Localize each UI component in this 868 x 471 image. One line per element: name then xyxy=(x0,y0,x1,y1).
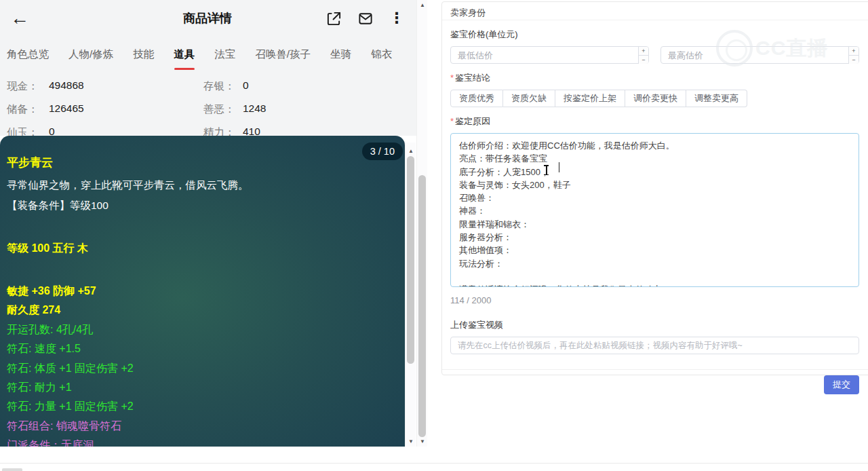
btn-list-at-appraisal-price[interactable]: 按鉴定价上架 xyxy=(555,90,625,107)
partial-bottom-element xyxy=(2,468,22,471)
min-price-input[interactable] xyxy=(451,47,637,63)
scroll-down-icon[interactable]: ▼ xyxy=(417,438,428,445)
item-attr-line: 敏捷 +36 防御 +57 xyxy=(7,282,395,301)
seller-identity-header: 卖家身份 xyxy=(442,2,868,20)
card-scrollbar-thumb[interactable] xyxy=(407,156,414,364)
panel-scrollbar-thumb[interactable] xyxy=(418,175,426,437)
increment-icon[interactable]: + xyxy=(849,47,859,56)
conclusion-button-group: 资质优秀 资质欠缺 按鉴定价上架 调价卖更快 调整卖更高 xyxy=(450,90,747,107)
active-tab-underline xyxy=(174,68,195,70)
scroll-up-icon[interactable]: ▲ xyxy=(406,148,416,154)
item-attr-line: 符石: 速度 +1.5 xyxy=(7,339,395,358)
btn-quality-excellent[interactable]: 资质优秀 xyxy=(450,90,503,107)
reason-label: 鉴定原因 xyxy=(450,115,859,128)
appraisal-reason-textarea[interactable]: 估价师介绍：欢迎使用CC估价功能，我是估价师大白。 亮点：带任务装备宝宝 底子分… xyxy=(450,133,859,287)
tab-character-cultivation[interactable]: 人物/修炼 xyxy=(68,48,113,70)
conclusion-label: 鉴宝结论 xyxy=(450,72,859,84)
tab-skills[interactable]: 技能 xyxy=(133,48,154,70)
increment-icon[interactable]: + xyxy=(639,47,648,56)
decrement-icon[interactable]: − xyxy=(639,56,648,64)
min-price-spinner: + − xyxy=(638,47,648,63)
form-body: 鉴宝价格(单位元) + − + − 鉴宝结论 xyxy=(442,29,868,354)
tab-character-overview[interactable]: 角色总览 xyxy=(7,48,49,70)
tab-treasures[interactable]: 法宝 xyxy=(214,48,235,70)
external-link-icon[interactable] xyxy=(326,11,342,26)
tab-mounts[interactable]: 坐骑 xyxy=(330,48,351,70)
price-label: 鉴宝价格(单位元) xyxy=(450,29,859,41)
price-inputs-row: + − + − xyxy=(450,46,859,64)
max-price-spinner: + − xyxy=(848,47,859,63)
stat-reserve: 储备：126465 xyxy=(7,102,203,117)
item-detail-panel: ← 商品详情 ⋮ 角色总览 xyxy=(0,0,427,447)
item-attr-line: 符石: 体质 +1 固定伤害 +2 xyxy=(7,359,395,378)
stat-deposit: 存银：0 xyxy=(203,79,400,94)
stat-cash: 现金：494868 xyxy=(7,79,203,94)
btn-adjust-sell-higher[interactable]: 调整卖更高 xyxy=(686,90,747,107)
scroll-up-icon[interactable]: ▲ xyxy=(417,2,428,8)
kebab-menu-icon[interactable]: ⋮ xyxy=(389,10,404,27)
item-detail-card: 3 / 10 平步青云 寻常仙界之物，穿上此靴可平步青云，借风云飞腾。 【装备条… xyxy=(0,136,405,447)
category-tabs: 角色总览 人物/修炼 技能 道具 法宝 召唤兽/孩子 坐骑 锦衣 xyxy=(7,48,392,70)
item-attr-line: 开运孔数: 4孔/4孔 xyxy=(7,320,395,339)
item-level-element: 等级 100 五行 木 xyxy=(7,242,395,256)
item-description: 寻常仙界之物，穿上此靴可平步青云，借风云飞腾。 xyxy=(7,178,395,193)
scroll-down-icon[interactable]: ▼ xyxy=(406,438,416,445)
panel-scrollbar[interactable]: ▲ ▼ xyxy=(416,0,427,447)
item-attr-line: 耐久度 274 xyxy=(7,301,395,320)
item-pagination-badge: 3 / 10 xyxy=(362,143,403,160)
card-scrollbar[interactable]: ▲ ▼ xyxy=(405,143,416,447)
tab-clothes[interactable]: 锦衣 xyxy=(371,48,392,70)
stat-karma: 善恶：1248 xyxy=(203,102,400,117)
item-name: 平步青云 xyxy=(7,155,395,170)
video-link-input[interactable] xyxy=(450,337,859,354)
text-caret xyxy=(559,162,559,172)
form-footer: 提交 xyxy=(442,369,868,394)
submit-button[interactable]: 提交 xyxy=(824,375,859,394)
appraisal-form-card: 卖家身份 鉴宝价格(单位元) + − + − xyxy=(441,1,868,375)
character-stats: 现金：494868 存银：0 储备：126465 善恶：1248 仙玉：0 精力… xyxy=(7,75,414,144)
stat-row: 储备：126465 善恶：1248 xyxy=(7,98,414,121)
app-root: ← 商品详情 ⋮ 角色总览 xyxy=(0,0,868,471)
app-header: ← 商品详情 ⋮ xyxy=(0,0,415,38)
btn-adjust-price-sell-faster[interactable]: 调价卖更快 xyxy=(625,90,686,107)
decrement-icon[interactable]: − xyxy=(849,56,859,64)
max-price-input[interactable] xyxy=(661,47,848,63)
btn-quality-lacking[interactable]: 资质欠缺 xyxy=(503,90,555,107)
char-counter: 114 / 2000 xyxy=(450,295,859,305)
item-attr-line: 符石: 耐力 +1 xyxy=(7,378,395,397)
tab-summons-children[interactable]: 召唤兽/孩子 xyxy=(255,48,311,70)
item-attr-line: 门派条件：无底洞 xyxy=(7,436,395,447)
bottom-divider xyxy=(0,463,868,464)
video-label: 上传鉴宝视频 xyxy=(450,319,859,331)
item-equip-condition: 【装备条件】等级100 xyxy=(7,199,395,213)
header-actions: ⋮ xyxy=(326,10,404,27)
min-price-input-wrap: + − xyxy=(450,46,649,64)
item-attr-line: 符石组合: 销魂噬骨符石 xyxy=(7,417,395,436)
envelope-icon[interactable] xyxy=(357,11,374,26)
item-attr-line: 符石: 力量 +1 固定伤害 +2 xyxy=(7,397,395,416)
ibeam-cursor-icon xyxy=(543,165,549,175)
max-price-input-wrap: + − xyxy=(660,46,859,64)
item-attributes: 敏捷 +36 防御 +57 耐久度 274 开运孔数: 4孔/4孔 符石: 速度… xyxy=(7,282,395,447)
stat-row: 现金：494868 存银：0 xyxy=(7,75,414,98)
tab-items[interactable]: 道具 xyxy=(174,48,195,70)
